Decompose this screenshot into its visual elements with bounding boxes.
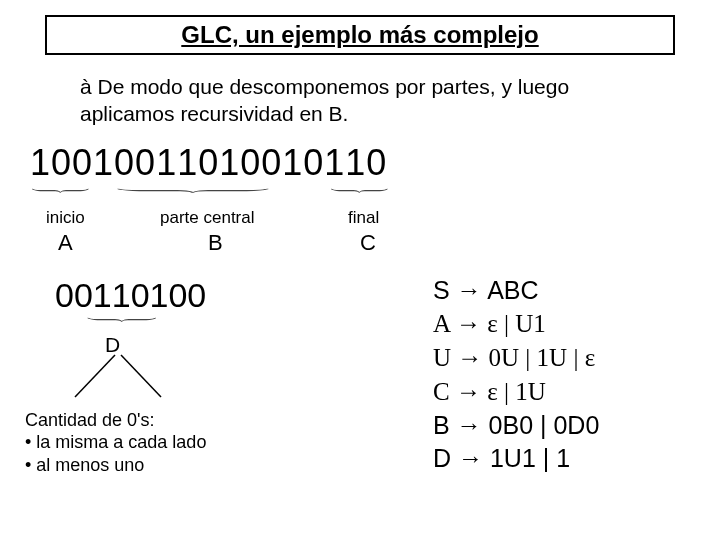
label-final: final xyxy=(348,208,379,228)
rule-D: D → 1U1 | 1 xyxy=(433,442,599,476)
notes-block: Cantidad de 0's: • la misma a cada lado … xyxy=(25,409,405,477)
svg-line-0 xyxy=(75,355,115,397)
abc-labels: A B C xyxy=(30,230,695,260)
label-central: parte central xyxy=(160,208,255,228)
rule-S: S → ABC xyxy=(433,274,599,308)
svg-line-1 xyxy=(121,355,161,397)
slide-title: GLC, un ejemplo más complejo xyxy=(45,15,675,55)
brace-icon: ︸ xyxy=(85,311,165,331)
brace-icon: ︸ xyxy=(112,182,288,202)
rule-B: B → 0B0 | 0D0 xyxy=(433,409,599,443)
label-inicio: inicio xyxy=(46,208,85,228)
notes-bullet: • la misma a cada lado xyxy=(25,431,405,454)
label-C: C xyxy=(360,230,376,256)
brace-icon: ︸ xyxy=(30,182,96,202)
rule-C: C → ε | 1U xyxy=(433,375,599,409)
arrow-right-icon: à xyxy=(80,75,92,98)
grammar-rules: S → ABC A → ε | U1 U → 0U | 1U | ε C → ε… xyxy=(425,270,607,481)
intro-text: De modo que descomponemos por partes, y … xyxy=(80,75,569,125)
rule-U: U → 0U | 1U | ε xyxy=(433,341,599,375)
segment-labels: inicio parte central final xyxy=(30,208,695,230)
brace-row-mid: ︸ xyxy=(55,315,405,335)
notes-header: Cantidad de 0's: xyxy=(25,409,405,432)
label-B: B xyxy=(208,230,223,256)
intro-paragraph: à De modo que descomponemos por partes, … xyxy=(80,73,655,128)
vee-lines-icon xyxy=(65,353,205,401)
label-A: A xyxy=(58,230,73,256)
binary-string-main: 10010011010010110 xyxy=(30,142,695,184)
brace-icon: ︸ xyxy=(329,182,395,202)
notes-bullet: • al menos uno xyxy=(25,454,405,477)
brace-row-main: ︸ ︸ ︸ xyxy=(30,186,695,208)
rule-A: A → ε | U1 xyxy=(433,307,599,341)
